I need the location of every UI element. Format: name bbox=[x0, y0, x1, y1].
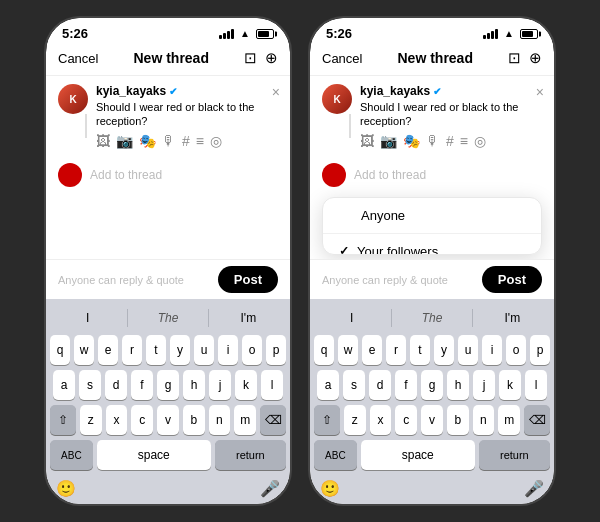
suggestion-the-left[interactable]: The bbox=[128, 309, 208, 327]
image-icon-r[interactable]: 🖼 bbox=[360, 133, 374, 149]
mic-icon-r[interactable]: 🎙 bbox=[426, 133, 440, 149]
key-v-r[interactable]: v bbox=[421, 405, 443, 435]
key-f-r[interactable]: f bbox=[395, 370, 417, 400]
key-q-r[interactable]: q bbox=[314, 335, 334, 365]
key-n-r[interactable]: n bbox=[473, 405, 495, 435]
key-space[interactable]: space bbox=[97, 440, 211, 470]
key-j-r[interactable]: j bbox=[473, 370, 495, 400]
key-space-r[interactable]: space bbox=[361, 440, 475, 470]
key-a[interactable]: a bbox=[53, 370, 75, 400]
close-button-left[interactable]: × bbox=[272, 84, 280, 100]
key-p[interactable]: p bbox=[266, 335, 286, 365]
key-y[interactable]: y bbox=[170, 335, 190, 365]
key-k-r[interactable]: k bbox=[499, 370, 521, 400]
key-v[interactable]: v bbox=[157, 405, 179, 435]
key-x[interactable]: x bbox=[106, 405, 128, 435]
camera-icon-r[interactable]: 📷 bbox=[380, 133, 397, 149]
key-backspace-r[interactable]: ⌫ bbox=[524, 405, 550, 435]
key-j[interactable]: j bbox=[209, 370, 231, 400]
key-s[interactable]: s bbox=[79, 370, 101, 400]
gif-icon-r[interactable]: 🎭 bbox=[403, 133, 420, 149]
key-p-r[interactable]: p bbox=[530, 335, 550, 365]
key-s-r[interactable]: s bbox=[343, 370, 365, 400]
location-icon-r[interactable]: ◎ bbox=[474, 133, 486, 149]
suggestion-im-right[interactable]: I'm bbox=[473, 309, 552, 327]
key-n[interactable]: n bbox=[209, 405, 231, 435]
cancel-button-left[interactable]: Cancel bbox=[58, 51, 98, 66]
gif-icon[interactable]: 🎭 bbox=[139, 133, 156, 149]
key-a-r[interactable]: a bbox=[317, 370, 339, 400]
key-c[interactable]: c bbox=[131, 405, 153, 435]
reply-quote-label-left[interactable]: Anyone can reply & quote bbox=[58, 274, 184, 286]
key-g-r[interactable]: g bbox=[421, 370, 443, 400]
key-k[interactable]: k bbox=[235, 370, 257, 400]
suggestion-the-right[interactable]: The bbox=[392, 309, 472, 327]
key-y-r[interactable]: y bbox=[434, 335, 454, 365]
key-l[interactable]: l bbox=[261, 370, 283, 400]
key-z[interactable]: z bbox=[80, 405, 102, 435]
key-t[interactable]: t bbox=[146, 335, 166, 365]
key-backspace[interactable]: ⌫ bbox=[260, 405, 286, 435]
key-b[interactable]: b bbox=[183, 405, 205, 435]
key-abc[interactable]: ABC bbox=[50, 440, 93, 470]
mic-accessory-icon-right[interactable]: 🎤 bbox=[524, 479, 544, 498]
key-t-r[interactable]: t bbox=[410, 335, 430, 365]
key-shift[interactable]: ⇧ bbox=[50, 405, 76, 435]
suggestion-im-left[interactable]: I'm bbox=[209, 309, 288, 327]
emoji-icon-right[interactable]: 🙂 bbox=[320, 479, 340, 498]
hash-icon-r[interactable]: # bbox=[446, 133, 454, 149]
key-q[interactable]: q bbox=[50, 335, 70, 365]
list-icon[interactable]: ≡ bbox=[196, 133, 204, 149]
more-icon-left[interactable]: ⊕ bbox=[265, 49, 278, 67]
dropdown-anyone[interactable]: Anyone bbox=[323, 198, 541, 234]
key-b-r[interactable]: b bbox=[447, 405, 469, 435]
key-return[interactable]: return bbox=[215, 440, 286, 470]
close-button-right[interactable]: × bbox=[536, 84, 544, 100]
copy-icon-right[interactable]: ⊡ bbox=[508, 49, 521, 67]
suggestion-i-right[interactable]: I bbox=[312, 309, 392, 327]
copy-icon-left[interactable]: ⊡ bbox=[244, 49, 257, 67]
key-i[interactable]: i bbox=[218, 335, 238, 365]
location-icon[interactable]: ◎ bbox=[210, 133, 222, 149]
add-thread-left[interactable]: Add to thread bbox=[46, 157, 290, 193]
camera-icon[interactable]: 📷 bbox=[116, 133, 133, 149]
key-c-r[interactable]: c bbox=[395, 405, 417, 435]
key-d-r[interactable]: d bbox=[369, 370, 391, 400]
mic-icon[interactable]: 🎙 bbox=[162, 133, 176, 149]
post-button-right[interactable]: Post bbox=[482, 266, 542, 293]
key-f[interactable]: f bbox=[131, 370, 153, 400]
suggestion-i-left[interactable]: I bbox=[48, 309, 128, 327]
key-w-r[interactable]: w bbox=[338, 335, 358, 365]
key-abc-r[interactable]: ABC bbox=[314, 440, 357, 470]
key-r-r[interactable]: r bbox=[386, 335, 406, 365]
key-return-r[interactable]: return bbox=[479, 440, 550, 470]
post-button-left[interactable]: Post bbox=[218, 266, 278, 293]
key-m-r[interactable]: m bbox=[498, 405, 520, 435]
key-h-r[interactable]: h bbox=[447, 370, 469, 400]
key-shift-r[interactable]: ⇧ bbox=[314, 405, 340, 435]
key-h[interactable]: h bbox=[183, 370, 205, 400]
key-i-r[interactable]: i bbox=[482, 335, 502, 365]
key-w[interactable]: w bbox=[74, 335, 94, 365]
key-g[interactable]: g bbox=[157, 370, 179, 400]
key-r[interactable]: r bbox=[122, 335, 142, 365]
add-thread-right[interactable]: Add to thread bbox=[310, 157, 554, 193]
image-icon[interactable]: 🖼 bbox=[96, 133, 110, 149]
cancel-button-right[interactable]: Cancel bbox=[322, 51, 362, 66]
key-d[interactable]: d bbox=[105, 370, 127, 400]
key-e-r[interactable]: e bbox=[362, 335, 382, 365]
mic-accessory-icon-left[interactable]: 🎤 bbox=[260, 479, 280, 498]
key-o-r[interactable]: o bbox=[506, 335, 526, 365]
key-u[interactable]: u bbox=[194, 335, 214, 365]
dropdown-followers[interactable]: ✓ Your followers bbox=[323, 234, 541, 255]
key-e[interactable]: e bbox=[98, 335, 118, 365]
key-u-r[interactable]: u bbox=[458, 335, 478, 365]
key-o[interactable]: o bbox=[242, 335, 262, 365]
key-l-r[interactable]: l bbox=[525, 370, 547, 400]
list-icon-r[interactable]: ≡ bbox=[460, 133, 468, 149]
more-icon-right[interactable]: ⊕ bbox=[529, 49, 542, 67]
hash-icon[interactable]: # bbox=[182, 133, 190, 149]
key-m[interactable]: m bbox=[234, 405, 256, 435]
key-x-r[interactable]: x bbox=[370, 405, 392, 435]
emoji-icon-left[interactable]: 🙂 bbox=[56, 479, 76, 498]
